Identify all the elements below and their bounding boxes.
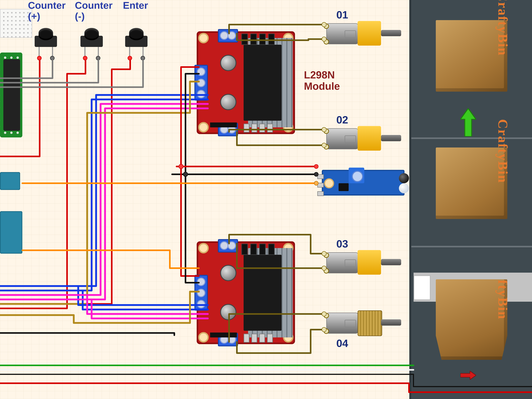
breadboard-fragment — [0, 9, 32, 38]
label-enter: Enter — [123, 0, 148, 11]
teal-board-top — [0, 172, 20, 190]
bin-1-label: CraftyBin — [495, 0, 511, 56]
arrow-down-icon — [460, 371, 476, 380]
motor-2-label: 02 — [336, 114, 348, 126]
pushbutton-enter — [124, 28, 149, 50]
bin-2-label: CraftyBin — [495, 119, 511, 183]
pushbutton-counter-minus — [79, 28, 104, 50]
circuit-diagram: Counter (+) Counter (-) Enter L298N Modu… — [0, 0, 532, 399]
ir-sensor-module — [322, 170, 405, 196]
label-counter-plus: Counter (+) — [28, 0, 66, 22]
label-l298n: L298N Module — [304, 69, 340, 92]
chip — [3, 59, 20, 131]
motor-1-label: 01 — [336, 9, 348, 21]
teal-board-bottom — [0, 211, 22, 254]
bin-3: CraftyBin — [436, 279, 507, 360]
bin-2: CraftyBin — [436, 147, 507, 219]
green-pcb-fragment — [0, 52, 22, 137]
pushbutton-counter-plus — [33, 28, 58, 50]
label-counter-minus: Counter (-) — [75, 0, 113, 22]
arrow-up-icon — [460, 108, 476, 137]
l298n-module-top — [197, 31, 295, 134]
motor-4-label: 04 — [336, 337, 348, 349]
bin-1: CraftyBin — [436, 20, 507, 92]
motor-3-label: 03 — [336, 238, 348, 250]
l298n-module-bottom — [197, 241, 295, 344]
